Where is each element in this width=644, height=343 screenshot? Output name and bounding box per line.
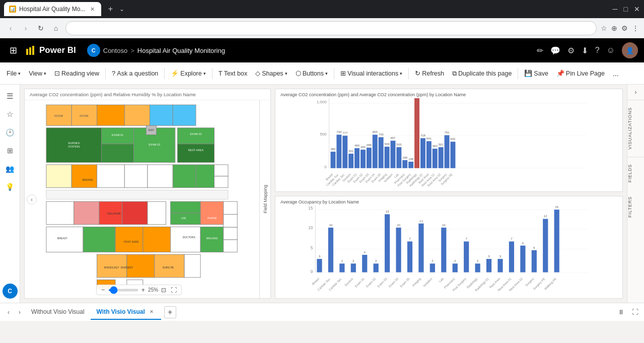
svg-text:718: 718 — [420, 134, 426, 137]
tab-close-with-visio[interactable]: ✕ — [148, 308, 155, 315]
buttons-icon: ⬡ — [296, 70, 301, 77]
browser-chrome: 📊 Hospital Air Quality Mo... ✕ + ⌄ ─ □ ✕ — [0, 0, 644, 18]
new-tab-button[interactable]: + — [104, 3, 116, 15]
svg-rect-8 — [173, 105, 196, 125]
nav-reload-icon[interactable]: ↻ — [35, 23, 46, 34]
comment-icon[interactable]: 💬 — [550, 46, 560, 55]
page-tab-next[interactable]: › — [14, 307, 25, 318]
download-icon[interactable]: ⬇ — [582, 46, 588, 55]
help-icon[interactable]: ? — [595, 46, 600, 55]
menu-visual-interactions[interactable]: ⊞ Visual interactions ▾ — [337, 67, 406, 79]
menu-reading-view[interactable]: ⊡ Reading view — [51, 67, 103, 79]
expand-icon[interactable]: ⛶ — [629, 306, 641, 318]
menu-more[interactable]: ... — [609, 67, 622, 80]
file-label: File — [7, 70, 17, 77]
svg-rect-177 — [475, 263, 480, 272]
menu-file[interactable]: File ▾ — [3, 68, 24, 79]
svg-text:3: 3 — [488, 254, 490, 258]
profile-icon[interactable]: ⊕ — [611, 24, 617, 32]
menu-ask-question[interactable]: ? Ask a question — [108, 67, 162, 79]
user-avatar[interactable]: 👤 — [622, 42, 638, 58]
right-panel-fields-tab[interactable]: FIELDS — [627, 157, 644, 189]
field-mapping-label: Field Mapping — [263, 185, 268, 214]
sidebar-icon-user[interactable]: C — [3, 284, 18, 299]
browser-tab[interactable]: 📊 Hospital Air Quality Mo... ✕ — [4, 2, 101, 16]
menu-save[interactable]: 💾 Save — [521, 67, 552, 79]
menu-pin-live[interactable]: 📌 Pin Live Page — [553, 67, 608, 79]
menu-view[interactable]: View ▾ — [25, 68, 50, 79]
add-page-button[interactable]: + — [164, 306, 176, 318]
app-grid-icon[interactable]: ⊞ — [6, 43, 20, 57]
svg-rect-165 — [407, 241, 412, 272]
right-panel-filters-tab[interactable]: FILTERS — [627, 189, 644, 225]
svg-text:5: 5 — [311, 245, 313, 250]
workspace-name[interactable]: Contoso — [103, 47, 127, 54]
page-tab-prev[interactable]: ‹ — [3, 307, 14, 318]
chart2-body: 15 10 5 0 3 — [280, 205, 617, 296]
svg-rect-175 — [464, 241, 469, 272]
tab-close-icon[interactable]: ✕ — [88, 5, 96, 13]
svg-rect-37 — [148, 201, 166, 225]
collapse-right-icon[interactable]: › — [635, 85, 637, 100]
settings-icon[interactable]: ⚙ — [567, 46, 575, 55]
edit-icon[interactable]: ✏ — [537, 46, 543, 55]
svg-text:657: 657 — [390, 136, 395, 140]
svg-rect-15 — [177, 128, 214, 144]
menu-shapes[interactable]: ◇ Shapes ▾ — [252, 67, 291, 79]
nav-back-icon[interactable]: ‹ — [5, 23, 16, 34]
page-tab-without-visio[interactable]: Without Visio Visual — [25, 305, 91, 320]
ask-icon: ? — [112, 70, 115, 77]
svg-text:Walking PE: Walking PE — [543, 277, 557, 290]
minimize-icon[interactable]: ─ — [613, 5, 618, 13]
svg-rect-38 — [171, 201, 200, 213]
fit-button[interactable]: ⊡ — [160, 287, 168, 294]
report-name: Hospital Air Quality Monitoring — [137, 47, 225, 54]
svg-rect-40 — [200, 201, 224, 225]
right-panel-visualizations-tab[interactable]: VISUALIZATIONS — [627, 100, 644, 157]
svg-rect-47 — [224, 201, 237, 215]
sidebar-icon-learn[interactable]: 💡 — [3, 179, 18, 194]
browser-controls: ‹ › ↻ ⌂ ☆ ⊕ ⚙ ⋮ — [0, 18, 644, 38]
close-window-icon[interactable]: ✕ — [634, 5, 640, 13]
pause-icon[interactable]: ⏸ — [615, 306, 627, 318]
feedback-icon[interactable]: ☺ — [607, 46, 615, 55]
menu-text-box[interactable]: T Text box — [215, 67, 251, 79]
sidebar-icon-apps[interactable]: ⊞ — [3, 143, 18, 158]
extension-icon[interactable]: ⚙ — [621, 24, 628, 32]
nav-left-arrow[interactable]: ‹ — [27, 194, 37, 204]
chart1-title: Average CO2 concentration (ppm) and Aver… — [280, 92, 617, 97]
sidebar-icon-hamburger[interactable]: ☰ — [3, 89, 18, 104]
menu-buttons[interactable]: ⬡ Buttons ▾ — [292, 67, 331, 79]
svg-rect-49 — [224, 227, 237, 240]
svg-rect-7 — [150, 105, 173, 125]
explore-icon: ⚡ — [171, 70, 179, 77]
zoom-out-button[interactable]: − — [100, 286, 107, 294]
page-tab-with-visio[interactable]: With Visio Visual ✕ — [91, 305, 161, 320]
menu-duplicate[interactable]: ⧉ Duplicate this page — [449, 67, 515, 80]
svg-rect-43 — [115, 227, 143, 252]
visio-content[interactable]: ROOM ROOM NURSES STATION EXAM 01 EX — [25, 100, 270, 298]
svg-rect-107 — [420, 138, 425, 168]
bookmark-icon[interactable]: ☆ — [601, 24, 607, 32]
sidebar-icon-shared[interactable]: 👥 — [3, 161, 18, 176]
svg-rect-101 — [402, 160, 407, 168]
zoom-slider[interactable] — [108, 289, 138, 291]
nav-forward-icon[interactable]: › — [20, 23, 31, 34]
sidebar-icon-favorites[interactable]: ☆ — [3, 107, 18, 122]
maximize-icon[interactable]: □ — [624, 5, 628, 13]
main-layout: ☰ ☆ 🕐 ⊞ 👥 💡 C Average CO2 concentration … — [0, 85, 644, 303]
svg-rect-155 — [351, 263, 356, 272]
zoom-in-button[interactable]: + — [139, 286, 147, 294]
menu-refresh[interactable]: ↻ Refresh — [411, 67, 448, 79]
sidebar-icon-recents[interactable]: 🕐 — [3, 125, 18, 140]
menu-explore[interactable]: ⚡ Explore ▾ — [167, 67, 209, 79]
svg-rect-93 — [379, 137, 384, 168]
tab-dropdown-icon[interactable]: ⌄ — [119, 6, 124, 13]
address-bar[interactable] — [65, 21, 597, 35]
menu-icon[interactable]: ⋮ — [632, 24, 639, 32]
nav-home-icon[interactable]: ⌂ — [50, 23, 61, 34]
svg-text:Exam 03: Exam 03 — [377, 277, 388, 288]
field-mapping-bar[interactable]: Field Mapping — [259, 100, 270, 298]
svg-text:BREAST: BREAST — [57, 237, 67, 240]
fullscreen-button[interactable]: ⛶ — [169, 287, 178, 294]
